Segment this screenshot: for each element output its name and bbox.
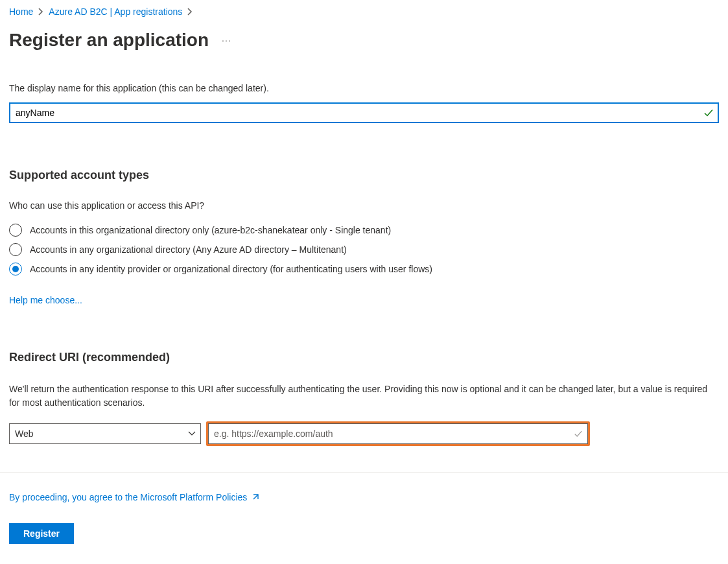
name-field-label: The display name for this application (t… — [9, 83, 719, 93]
app-name-input[interactable] — [9, 102, 719, 123]
account-types-radio-group: Accounts in this organizational director… — [9, 224, 719, 276]
redirect-uri-description: We'll return the authentication response… — [9, 382, 719, 410]
radio-icon — [9, 224, 22, 237]
divider — [0, 472, 728, 473]
breadcrumb-app-registrations[interactable]: Azure AD B2C | App registrations — [49, 6, 182, 17]
account-type-option-any-idp[interactable]: Accounts in any identity provider or org… — [9, 263, 719, 276]
redirect-uri-heading: Redirect URI (recommended) — [9, 351, 719, 364]
help-me-choose-link[interactable]: Help me choose... — [9, 295, 82, 305]
account-types-question: Who can use this application or access t… — [9, 200, 719, 211]
chevron-right-icon — [187, 8, 193, 16]
radio-label: Accounts in any organizational directory… — [30, 244, 347, 255]
breadcrumb: Home Azure AD B2C | App registrations — [9, 6, 719, 17]
breadcrumb-home[interactable]: Home — [9, 6, 33, 17]
radio-icon — [9, 263, 22, 276]
account-type-option-single-tenant[interactable]: Accounts in this organizational director… — [9, 224, 719, 237]
radio-label: Accounts in any identity provider or org… — [30, 264, 432, 274]
page-title: Register an application — [9, 30, 209, 51]
account-types-heading: Supported account types — [9, 169, 719, 182]
platform-select-value: Web — [15, 429, 34, 439]
platform-select[interactable]: Web — [9, 423, 201, 444]
register-button[interactable]: Register — [9, 523, 74, 544]
more-actions-button[interactable]: ··· — [222, 35, 231, 45]
policies-link[interactable]: By proceeding, you agree to the Microsof… — [9, 492, 247, 502]
external-link-icon — [251, 493, 260, 502]
radio-label: Accounts in this organizational director… — [30, 225, 391, 235]
chevron-right-icon — [38, 8, 43, 16]
redirect-uri-input[interactable] — [208, 423, 588, 444]
radio-icon — [9, 243, 22, 256]
account-type-option-multitenant[interactable]: Accounts in any organizational directory… — [9, 243, 719, 256]
